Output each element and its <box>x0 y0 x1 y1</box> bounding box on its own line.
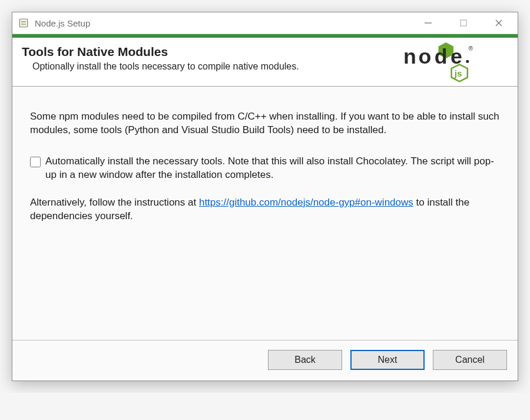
auto-install-label[interactable]: Automatically install the necessary tool… <box>45 155 500 182</box>
close-button[interactable] <box>481 12 516 34</box>
page-heading: Tools for Native Modules <box>22 45 403 59</box>
next-button[interactable]: Next <box>350 350 425 370</box>
auto-install-checkbox[interactable] <box>30 157 41 167</box>
footer: Back Next Cancel <box>12 340 518 381</box>
svg-point-12 <box>466 60 469 63</box>
installer-window: Node.js Setup Tools for Native Modules O… <box>12 12 518 381</box>
svg-text:js: js <box>454 68 462 78</box>
alternative-text: Alternatively, follow the instructions a… <box>30 196 500 223</box>
node-gyp-link[interactable]: https://github.com/nodejs/node-gyp#on-wi… <box>199 197 413 208</box>
intro-text: Some npm modules need to be compiled fro… <box>30 110 500 137</box>
back-button[interactable]: Back <box>268 350 342 370</box>
titlebar: Node.js Setup <box>12 12 518 34</box>
content-area: Some npm modules need to be compiled fro… <box>12 87 518 340</box>
alt-prefix: Alternatively, follow the instructions a… <box>30 197 199 208</box>
svg-rect-1 <box>21 24 26 25</box>
nodejs-logo: n o d e ® js <box>403 42 509 82</box>
header: Tools for Native Modules Optionally inst… <box>12 38 518 86</box>
svg-text:®: ® <box>469 45 473 52</box>
svg-text:d: d <box>435 45 448 68</box>
page-subheading: Optionally install the tools necessary t… <box>22 61 403 72</box>
cancel-button[interactable]: Cancel <box>433 350 507 370</box>
svg-rect-4 <box>461 20 466 26</box>
window-title: Node.js Setup <box>35 18 90 28</box>
svg-text:n: n <box>403 45 416 68</box>
svg-rect-2 <box>21 21 26 22</box>
svg-rect-0 <box>19 19 28 27</box>
svg-text:o: o <box>419 45 432 68</box>
minimize-button[interactable] <box>410 12 446 34</box>
maximize-button[interactable] <box>446 12 481 34</box>
installer-icon <box>18 18 29 28</box>
